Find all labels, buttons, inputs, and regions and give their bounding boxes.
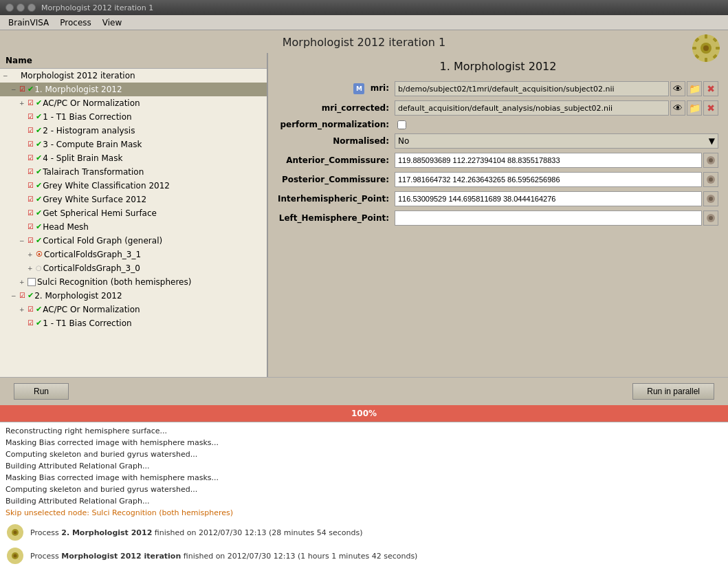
tree-item-headmesh[interactable]: ☑ ✔ Head Mesh xyxy=(0,220,267,234)
label-anterior: Anterior_Commissure: xyxy=(278,155,395,165)
tree-item-t1bias2[interactable]: ☑ ✔ 1 - T1 Bias Correction xyxy=(0,316,267,330)
posterior-input[interactable] xyxy=(395,172,702,187)
tree-item-root[interactable]: − Morphologist 2012 iteration xyxy=(0,69,267,83)
tree-item-morph2[interactable]: − ☑ ✔ 2. Morphologist 2012 xyxy=(0,289,267,303)
green-talairach: ✔ xyxy=(36,166,42,178)
lefthemi-btn[interactable] xyxy=(703,210,718,226)
tree-item-talairach[interactable]: ☑ ✔ Talairach Transformation xyxy=(0,165,267,179)
menu-brainvisa[interactable]: BrainVISA xyxy=(3,17,54,29)
tree-item-sulci[interactable]: + Sulci Recognition (both hemispheres) xyxy=(0,275,267,289)
posterior-btn[interactable] xyxy=(703,172,718,187)
tree-item-cortfold[interactable]: − ☑ ✔ Cortical Fold Graph (general) xyxy=(0,234,267,248)
mri-folder-btn[interactable]: 📁 xyxy=(687,81,702,96)
arrow-splitbrain xyxy=(19,152,26,164)
green-acpc2: ✔ xyxy=(36,303,42,316)
label-perform-norm: perform_normalization: xyxy=(278,120,395,129)
maximize-btn[interactable] xyxy=(27,3,36,12)
check-sulci xyxy=(27,278,36,286)
tree-label-root: Morphologist 2012 iteration xyxy=(21,69,135,82)
field-row-lefthemi: Left_Hemisphere_Point: xyxy=(278,210,718,226)
tree-label-morph1: 1. Morphologist 2012 xyxy=(34,83,122,96)
radio-cortfold31: ⦿ xyxy=(36,248,43,261)
field-row-mri: M mri: b/demo/subject02/t1mri/default_ac… xyxy=(278,81,718,96)
tree-item-spherical[interactable]: ☑ ✔ Get Spherical Hemi Surface xyxy=(0,206,267,220)
tree-item-gwsurf[interactable]: ☑ ✔ Grey White Surface 2012 xyxy=(0,193,267,206)
arrow-acpc2: + xyxy=(19,303,26,316)
svg-rect-5 xyxy=(692,47,696,50)
run-button[interactable]: Run xyxy=(14,383,69,400)
green-cortfold: ✔ xyxy=(36,235,42,247)
m-badge-mri: M xyxy=(353,83,364,94)
anterior-input[interactable] xyxy=(395,153,702,168)
mri-corrected-value-box: default_acquisition/default_analysis/nob… xyxy=(395,100,669,116)
mri-eye-btn[interactable]: 👁 xyxy=(670,81,685,96)
mri-corrected-folder-btn[interactable]: 📁 xyxy=(687,100,702,116)
tree-item-gwclass[interactable]: ☑ ✔ Grey White Classification 2012 xyxy=(0,179,267,193)
tree-item-cortfold31[interactable]: + ⦿ CorticalFoldsGraph_3_1 xyxy=(0,248,267,261)
normalised-select[interactable]: No ▼ xyxy=(395,133,718,149)
mri-x-btn[interactable]: ✖ xyxy=(703,81,718,96)
tree-label-splitbrain: 4 - Split Brain Mask xyxy=(43,152,122,164)
tree-item-cortfold30[interactable]: + ○ CorticalFoldsGraph_3_0 xyxy=(0,261,267,275)
tree-label-acpc: AC/PC Or Normalization xyxy=(43,97,140,109)
log-process-0: Process 2. Morphologist 2012 finished on… xyxy=(5,523,723,542)
arrow-morph2: − xyxy=(11,290,18,302)
check-gwclass: ☑ xyxy=(27,180,34,192)
menu-view[interactable]: View xyxy=(97,17,127,29)
log-line-6: Building Attributed Relational Graph... xyxy=(5,495,723,507)
mri-value: b/demo/subject02/t1mri/default_acquisiti… xyxy=(398,85,665,94)
check-acpc: ☑ xyxy=(27,97,34,109)
right-panel: 1. Morphologist 2012 M mri: b/demo/subje… xyxy=(268,53,728,377)
green-gwclass: ✔ xyxy=(36,180,42,192)
tree-item-acpc[interactable]: + ☑ ✔ AC/PC Or Normalization xyxy=(0,96,267,110)
interhemi-btn[interactable] xyxy=(703,191,718,206)
arrow-headmesh xyxy=(19,221,26,233)
check-spherical: ☑ xyxy=(27,207,34,219)
close-btn[interactable] xyxy=(5,3,14,12)
perform-norm-checkbox[interactable] xyxy=(397,120,406,129)
split-area: Name − Morphologist 2012 iteration − ☑ ✔… xyxy=(0,53,728,377)
minimize-btn[interactable] xyxy=(16,3,25,12)
log-area[interactable]: Reconstructing right hemisphere surface.… xyxy=(0,422,728,573)
check-talairach: ☑ xyxy=(27,166,34,178)
tree-header-label: Name xyxy=(5,56,32,65)
run-parallel-button[interactable]: Run in parallel xyxy=(632,383,714,400)
arrow-acpc: + xyxy=(19,97,26,109)
tree-item-t1bias[interactable]: ☑ ✔ 1 - T1 Bias Correction xyxy=(0,110,267,124)
menu-process[interactable]: Process xyxy=(54,17,97,29)
log-line-1: Masking Bias corrected image with hemisp… xyxy=(5,437,723,448)
tree-item-morph1[interactable]: − ☑ ✔ 1. Morphologist 2012 xyxy=(0,83,267,96)
tree-item-histogram[interactable]: ☑ ✔ 2 - Histogram analysis xyxy=(0,124,267,138)
anterior-btn[interactable] xyxy=(703,153,718,168)
window-controls xyxy=(5,3,36,12)
log-line-2: Computing skeleton and buried gyrus wate… xyxy=(5,448,723,460)
arrow-t1bias xyxy=(19,111,26,123)
normalised-value: No xyxy=(398,136,409,146)
tree-item-splitbrain[interactable]: ☑ ✔ 4 - Split Brain Mask xyxy=(0,151,267,165)
tree-label-talairach: Talairach Transformation xyxy=(43,166,144,178)
tree-label-t1bias2: 1 - T1 Bias Correction xyxy=(43,317,131,329)
posterior-label-text: Posterior_Commissure: xyxy=(282,175,389,184)
tree-item-acpc2[interactable]: + ☑ ✔ AC/PC Or Normalization xyxy=(0,303,267,316)
tree-item-brainmask[interactable]: ☑ ✔ 3 - Compute Brain Mask xyxy=(0,138,267,151)
tree-scroll[interactable]: − Morphologist 2012 iteration − ☑ ✔ 1. M… xyxy=(0,69,267,377)
label-mri: M mri: xyxy=(278,83,395,94)
arrow-brainmask xyxy=(19,138,26,151)
arrow-cortfold: − xyxy=(19,235,26,247)
process-text-0: Process 2. Morphologist 2012 finished on… xyxy=(30,527,363,539)
check-headmesh: ☑ xyxy=(27,221,34,233)
lefthemi-input[interactable] xyxy=(395,210,702,226)
log-line-0: Reconstructing right hemisphere surface.… xyxy=(5,425,723,437)
tree-label-morph2: 2. Morphologist 2012 xyxy=(34,290,122,302)
mri-corrected-x-btn[interactable]: ✖ xyxy=(703,100,718,116)
interhemi-input[interactable] xyxy=(395,191,702,206)
check-morph2: ☑ xyxy=(19,290,25,302)
arrow-sulci: + xyxy=(19,276,26,288)
check-histogram: ☑ xyxy=(27,125,34,137)
svg-point-16 xyxy=(709,197,713,201)
label-posterior: Posterior_Commissure: xyxy=(278,175,395,184)
mri-corrected-eye-btn[interactable]: 👁 xyxy=(670,100,685,116)
check-brainmask: ☑ xyxy=(27,138,34,151)
green-t1bias2: ✔ xyxy=(36,317,42,329)
normalised-arrow: ▼ xyxy=(709,136,715,146)
